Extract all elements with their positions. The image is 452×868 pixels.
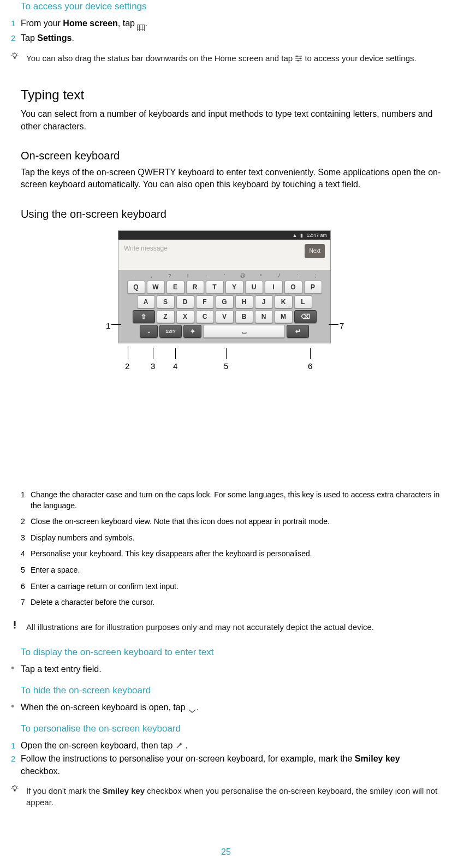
step-text: Follow the instructions to personalise y… — [21, 753, 441, 777]
lightbulb-icon — [11, 785, 26, 808]
text-bold: Settings — [37, 33, 72, 43]
heading-typing: Typing text — [21, 86, 441, 104]
warning-row: All illustrations are for illustration p… — [11, 621, 441, 633]
step-row: 2 Follow the instructions to personalise… — [11, 753, 441, 777]
keyboard-keys-area: .,?!-'@*/:; QWERTYUIOP ASDFGHJKL ⇧ ZXCVB… — [118, 270, 330, 343]
step-number: 2 — [11, 753, 21, 777]
key-f: F — [196, 295, 214, 308]
key-a: A — [137, 295, 155, 308]
sym-hint: - — [197, 272, 215, 280]
step-row: 1 From your Home screen, tap . — [11, 17, 441, 32]
key-b: B — [235, 310, 253, 323]
heading-access-settings: To access your device settings — [21, 0, 441, 13]
key-n: N — [255, 310, 273, 323]
key-personalise: ✦ — [183, 325, 201, 338]
step-text: From your Home screen, tap . — [21, 17, 441, 32]
key-d: D — [176, 295, 194, 308]
text: If you don't mark the — [26, 786, 103, 795]
key-enter: ↵ — [287, 325, 309, 338]
heading-osk: On-screen keyboard — [21, 148, 441, 163]
key-q: Q — [127, 281, 145, 294]
callout-2: 2 — [125, 360, 129, 372]
key-e: E — [166, 281, 185, 294]
text: . — [197, 703, 199, 712]
key-hide: ⌄ — [140, 325, 158, 338]
bullet-icon: • — [11, 663, 21, 675]
svg-rect-1 — [14, 57, 16, 58]
key-s: S — [157, 295, 175, 308]
legend-number: 1 — [21, 490, 31, 511]
svg-rect-13 — [14, 621, 16, 626]
bullet-row: • Tap a text entry field. — [11, 663, 441, 675]
bullet-text: Tap a text entry field. — [21, 663, 441, 675]
callout-line — [111, 324, 121, 325]
exclamation-icon — [11, 621, 26, 633]
heading-using-osk: Using the on-screen keyboard — [21, 206, 441, 222]
battery-icon: ▮ — [300, 232, 303, 239]
message-area: Write message Next — [118, 240, 330, 270]
step-number: 1 — [11, 17, 21, 32]
text: . — [145, 19, 147, 28]
key-o: O — [284, 281, 302, 294]
legend-item: 7Delete a character before the cursor. — [21, 597, 441, 608]
step-row: 2 Tap Settings. — [11, 32, 441, 44]
sym-hint: @ — [234, 272, 252, 280]
sym-hint: . — [124, 272, 142, 280]
wand-icon — [175, 741, 183, 748]
legend-text: Enter a carriage return or confirm text … — [31, 581, 441, 592]
svg-point-16 — [13, 786, 17, 790]
callout-3: 3 — [151, 360, 155, 372]
text: From your — [21, 19, 63, 28]
key-y: Y — [225, 281, 243, 294]
key-c: C — [196, 310, 214, 323]
bullet-icon: • — [11, 701, 21, 714]
text: Follow the instructions to personalise y… — [21, 754, 355, 763]
paragraph: Tap the keys of the on-screen QWERTY key… — [21, 167, 441, 191]
text-bold: Smiley key — [355, 754, 400, 763]
text: Tap — [21, 33, 37, 43]
legend-number: 5 — [21, 565, 31, 576]
quick-settings-icon — [295, 53, 302, 61]
text-bold: Home screen — [63, 19, 118, 28]
callout-line — [128, 348, 128, 359]
status-time: 12:47 am — [306, 232, 327, 239]
text: to access your device settings. — [302, 53, 416, 63]
legend-number: 4 — [21, 549, 31, 560]
sym-hint: * — [252, 272, 270, 280]
warning-text: All illustrations are for illustration p… — [26, 621, 441, 633]
legend-text: Personalise your keyboard. This key disa… — [31, 549, 441, 560]
key-z: Z — [157, 310, 175, 323]
step-text: Open the on-screen keyboard, then tap . — [21, 740, 441, 752]
key-p: P — [304, 281, 322, 294]
legend-text: Enter a space. — [31, 565, 441, 576]
next-button: Next — [305, 244, 325, 258]
legend-text: Close the on-screen keyboard view. Note … — [31, 516, 441, 527]
svg-rect-17 — [14, 790, 16, 792]
tip-row: You can also drag the status bar downwar… — [11, 52, 441, 64]
legend-number: 7 — [21, 597, 31, 608]
text: . — [183, 741, 188, 750]
text: You can also drag the status bar downwar… — [26, 53, 295, 63]
key-space: ⎵ — [203, 325, 285, 338]
key-k: K — [275, 295, 293, 308]
bullet-text: When the on-screen keyboard is open, tap… — [21, 701, 441, 714]
chevron-down-icon — [188, 705, 197, 711]
legend-item: 4Personalise your keyboard. This key dis… — [21, 549, 441, 560]
key-m: M — [275, 310, 293, 323]
legend-number: 3 — [21, 533, 31, 544]
message-placeholder: Write message — [124, 244, 305, 253]
callout-line — [310, 348, 311, 359]
svg-point-8 — [296, 55, 298, 57]
svg-line-15 — [177, 744, 181, 748]
key-g: G — [216, 295, 234, 308]
callout-1: 1 — [106, 320, 110, 331]
callout-line — [153, 348, 153, 359]
status-bar: ▲ ▮ 12:47 am — [118, 231, 330, 240]
sym-hint: : — [288, 272, 306, 280]
key-j: J — [255, 295, 273, 308]
paragraph: You can select from a number of keyboard… — [21, 108, 441, 133]
callout-4: 4 — [173, 360, 177, 372]
svg-line-3 — [12, 53, 13, 54]
key-row-4: ⌄ 12!? ✦ ⎵ ↵ — [122, 325, 327, 338]
legend-item: 3Display numbers and symbols. — [21, 533, 441, 544]
